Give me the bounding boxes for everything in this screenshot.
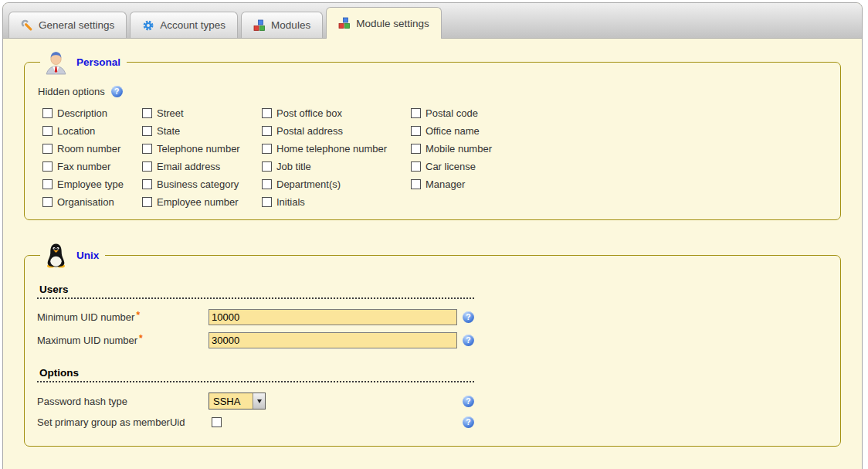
hidden-option-checkbox[interactable]	[411, 108, 421, 118]
personal-section: Personal Hidden options ? Description St…	[24, 49, 841, 220]
hidden-option-item[interactable]: Location	[42, 124, 142, 138]
hidden-option-label: Business category	[157, 178, 239, 190]
hidden-option-label: Post office box	[276, 107, 342, 119]
hidden-option-checkbox[interactable]	[262, 197, 272, 207]
tab-module-settings[interactable]: Module settings	[326, 7, 442, 39]
hidden-option-item[interactable]: Department(s)	[262, 178, 411, 191]
hidden-option-item[interactable]: Manager	[411, 178, 828, 191]
help-icon[interactable]: ?	[463, 396, 474, 407]
min-uid-input[interactable]	[209, 309, 457, 325]
hidden-option-item[interactable]: Home telephone number	[262, 142, 411, 155]
hidden-option-checkbox[interactable]	[411, 161, 421, 172]
hidden-option-checkbox[interactable]	[42, 161, 53, 172]
min-uid-row: Minimum UID number* ?	[37, 309, 474, 325]
hidden-option-checkbox[interactable]	[42, 197, 53, 207]
hidden-option-item[interactable]: Description	[42, 107, 142, 120]
hidden-option-item[interactable]: Employee number	[142, 195, 262, 209]
hidden-option-item[interactable]: Email address	[142, 160, 262, 173]
hidden-option-item[interactable]: Job title	[262, 160, 411, 173]
help-icon[interactable]: ?	[463, 311, 474, 323]
member-uid-checkbox[interactable]	[212, 417, 222, 427]
hidden-option-label: Employee number	[157, 196, 239, 208]
hidden-option-checkbox[interactable]	[262, 126, 272, 136]
tab-general-settings[interactable]: General settings	[8, 12, 127, 38]
hidden-option-label: Room number	[57, 143, 120, 155]
hidden-option-item[interactable]: Room number	[42, 142, 142, 155]
help-icon[interactable]: ?	[111, 86, 123, 97]
tab-label: Modules	[271, 19, 310, 31]
help-icon[interactable]: ?	[463, 416, 474, 428]
hidden-option-checkbox[interactable]	[262, 161, 272, 172]
password-hash-label: Password hash type	[37, 396, 209, 407]
hidden-option-item[interactable]: Postal code	[411, 107, 828, 120]
hidden-option-checkbox[interactable]	[142, 108, 152, 118]
person-icon	[43, 49, 69, 75]
hidden-option-label: Telephone number	[157, 143, 240, 155]
hidden-option-label: Email address	[157, 161, 220, 172]
hidden-option-label: Organisation	[57, 196, 114, 208]
hidden-option-checkbox[interactable]	[411, 144, 421, 154]
hidden-option-item[interactable]: State	[142, 124, 262, 138]
required-marker: *	[136, 310, 140, 321]
hidden-option-checkbox[interactable]	[142, 161, 152, 172]
hidden-option-item[interactable]: Business category	[142, 178, 262, 191]
hidden-option-item[interactable]: Initials	[262, 195, 411, 209]
hidden-option-checkbox[interactable]	[42, 126, 53, 136]
hidden-option-label: Description	[57, 107, 107, 119]
hidden-option-label: Postal code	[426, 107, 478, 119]
unix-legend: Unix	[40, 243, 105, 268]
hidden-option-checkbox[interactable]	[142, 197, 152, 207]
hidden-option-checkbox[interactable]	[262, 179, 272, 189]
hidden-option-checkbox[interactable]	[411, 126, 421, 136]
hidden-option-checkbox[interactable]	[262, 108, 272, 118]
options-heading: Options	[37, 367, 474, 382]
tab-account-types[interactable]: Account types	[130, 12, 238, 38]
hidden-option-label: Initials	[276, 196, 305, 208]
min-uid-label: Minimum UID number*	[37, 311, 209, 323]
hidden-option-item[interactable]: Car license	[411, 160, 828, 173]
hidden-option-checkbox[interactable]	[142, 179, 152, 189]
tab-modules[interactable]: Modules	[241, 12, 323, 38]
required-marker: *	[139, 333, 143, 344]
gear-icon	[142, 19, 154, 32]
hidden-option-label: Mobile number	[426, 143, 492, 155]
hidden-option-item[interactable]: Office name	[411, 124, 828, 138]
hidden-option-label: Postal address	[276, 125, 343, 137]
max-uid-input[interactable]	[209, 332, 457, 348]
hidden-option-item[interactable]: Fax number	[42, 160, 142, 173]
help-icon[interactable]: ?	[463, 335, 474, 346]
hidden-option-item[interactable]: Street	[142, 107, 262, 120]
hidden-option-checkbox[interactable]	[42, 144, 53, 154]
hidden-option-label: Car license	[426, 161, 476, 172]
hidden-option-item[interactable]: Organisation	[42, 195, 142, 209]
hidden-option-checkbox[interactable]	[42, 108, 53, 118]
hidden-options-label: Hidden options	[38, 86, 105, 97]
wrench-icon	[21, 19, 33, 32]
hidden-option-item[interactable]: Employee type	[42, 178, 142, 191]
hidden-option-item[interactable]: Post office box	[262, 107, 411, 120]
modules-cubes-icon	[253, 19, 266, 32]
max-uid-row: Maximum UID number* ?	[37, 332, 474, 348]
unix-section-title: Unix	[76, 250, 99, 261]
tab-label: General settings	[39, 19, 114, 31]
hidden-option-checkbox[interactable]	[42, 179, 53, 189]
hidden-option-checkbox[interactable]	[262, 144, 272, 154]
hidden-option-checkbox[interactable]	[411, 179, 421, 189]
password-hash-select[interactable]: SSHA	[209, 393, 266, 410]
hidden-option-label: Employee type	[57, 178, 124, 190]
hidden-option-label: Office name	[426, 125, 480, 137]
modules-cubes-icon	[338, 17, 351, 29]
personal-section-title: Personal	[76, 56, 120, 68]
hidden-option-item[interactable]: Mobile number	[411, 142, 828, 155]
tab-label: Module settings	[356, 18, 429, 29]
hidden-options-row: Hidden options ?	[37, 86, 828, 97]
hidden-option-checkbox[interactable]	[142, 126, 152, 136]
users-heading: Users	[37, 284, 474, 299]
max-uid-label: Maximum UID number*	[37, 335, 209, 346]
hidden-option-label: Home telephone number	[276, 143, 387, 155]
hidden-option-label: Fax number	[57, 161, 110, 172]
hidden-option-label: Job title	[276, 161, 311, 172]
hidden-option-item[interactable]: Postal address	[262, 124, 411, 138]
hidden-option-item[interactable]: Telephone number	[142, 142, 262, 155]
hidden-option-checkbox[interactable]	[142, 144, 152, 154]
